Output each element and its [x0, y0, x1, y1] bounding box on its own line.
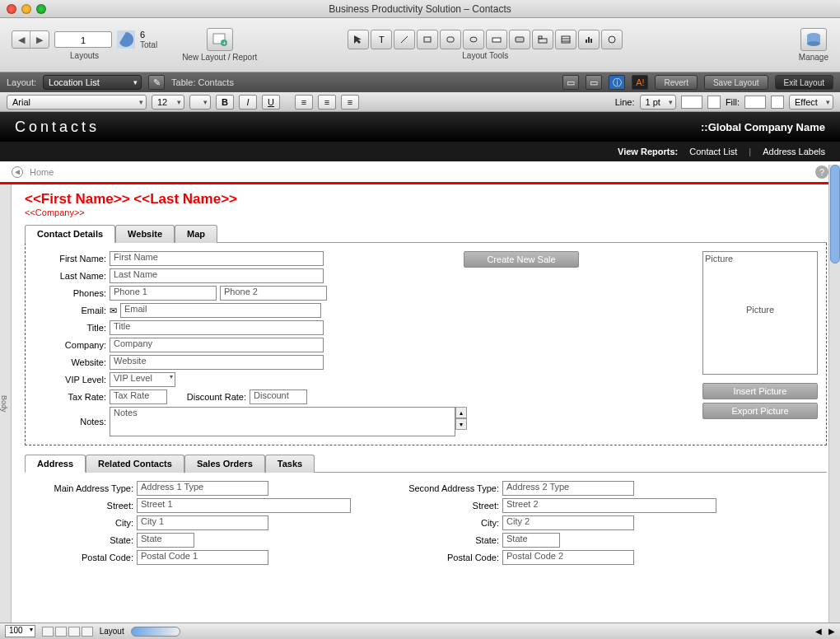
oval-tool[interactable] — [463, 30, 484, 49]
addr2-city-field[interactable]: City 2 — [502, 515, 634, 530]
ruler-icon[interactable]: ▭ — [586, 75, 602, 90]
line-pattern-swatch[interactable] — [707, 96, 721, 109]
layout-dropdown[interactable]: Location List — [43, 75, 142, 90]
tab-sales-orders[interactable]: Sales Orders — [184, 455, 265, 473]
merge-company-field[interactable]: <<Company>> — [25, 208, 827, 217]
line-weight-dropdown[interactable]: 1 pt — [640, 95, 676, 110]
text-tool[interactable]: T — [371, 30, 392, 49]
home-link[interactable]: Home — [30, 167, 54, 177]
portal-tool[interactable] — [555, 30, 576, 49]
rounded-rect-tool[interactable] — [440, 30, 461, 49]
button-tool[interactable] — [509, 30, 530, 49]
size-dropdown[interactable]: 12 — [152, 95, 184, 110]
scroll-right-icon[interactable]: ▶ — [828, 627, 835, 636]
view-icon-2[interactable] — [55, 627, 67, 637]
align-center-button[interactable]: ≡ — [318, 95, 336, 110]
underline-button[interactable]: U — [262, 95, 280, 110]
table-label: Table: Contacts — [171, 77, 234, 87]
fill-pattern-swatch[interactable] — [771, 96, 784, 109]
vip-field[interactable]: VIP Level▾ — [110, 372, 175, 387]
fill-color-swatch[interactable] — [744, 96, 766, 109]
bold-button[interactable]: B — [216, 95, 234, 110]
mode-slider[interactable] — [131, 627, 180, 637]
zoom-dropdown[interactable]: 100 — [5, 625, 35, 637]
svg-point-7 — [470, 37, 477, 42]
website-field[interactable]: Website — [110, 355, 324, 370]
manage-button[interactable] — [800, 28, 827, 51]
tab-contact-details[interactable]: Contact Details — [25, 225, 115, 243]
tab-website[interactable]: Website — [115, 225, 175, 243]
scroll-thumb[interactable] — [830, 165, 840, 264]
notes-scroll-down[interactable]: ▾ — [455, 418, 467, 430]
new-layout-button[interactable]: + — [207, 28, 233, 51]
insert-picture-button[interactable]: Insert Picture — [702, 383, 818, 399]
line-tool[interactable] — [394, 30, 415, 49]
field-tool[interactable] — [486, 30, 507, 49]
exit-layout-button[interactable]: Exit Layout — [775, 75, 833, 90]
picture-container[interactable]: Picture Picture — [702, 251, 818, 375]
notes-scroll-up[interactable]: ▴ — [455, 407, 467, 418]
layout-canvas[interactable]: <<First Name>> <<Last Name>> <<Company>>… — [12, 184, 840, 623]
discount-field[interactable]: Discount — [250, 389, 307, 404]
phone2-field[interactable]: Phone 2 — [220, 286, 327, 301]
addr2-postal-field[interactable]: Postal Code 2 — [502, 550, 634, 565]
tab-related-contacts[interactable]: Related Contacts — [86, 455, 184, 473]
company-field[interactable]: Company — [110, 338, 324, 352]
record-counter[interactable]: 1 — [54, 31, 112, 48]
info-icon[interactable]: ⓘ — [609, 75, 625, 90]
font-dropdown[interactable]: Arial — [7, 95, 147, 110]
vertical-scrollbar[interactable] — [828, 165, 840, 623]
view-icon-3[interactable] — [68, 627, 80, 637]
align-right-button[interactable]: ≡ — [341, 95, 359, 110]
titlebar: Business Productivity Solution – Contact… — [0, 0, 840, 18]
addr2-state-field[interactable]: State — [502, 533, 560, 548]
phone1-field[interactable]: Phone 1 — [110, 286, 217, 301]
view-icon-4[interactable] — [82, 627, 93, 637]
create-sale-button[interactable]: Create New Sale — [464, 251, 579, 268]
style-dropdown[interactable] — [189, 95, 211, 110]
effect-dropdown[interactable]: Effect — [789, 95, 833, 110]
screen-icon[interactable]: ▭ — [562, 75, 579, 90]
prev-record-button[interactable]: ◀ — [12, 31, 30, 48]
pointer-tool[interactable] — [348, 30, 369, 49]
tab-address[interactable]: Address — [25, 455, 86, 473]
view-icon-1[interactable] — [42, 627, 54, 637]
title-field[interactable]: Title — [110, 320, 324, 335]
addr1-postal-field[interactable]: Postal Code 1 — [137, 550, 268, 565]
merge-name-field[interactable]: <<First Name>> <<Last Name>> — [25, 191, 827, 208]
line-color-swatch[interactable] — [681, 96, 702, 109]
chart-tool[interactable] — [578, 30, 600, 49]
addr1-city-field[interactable]: City 1 — [137, 515, 268, 530]
last-name-field[interactable]: Last Name — [110, 268, 324, 283]
revert-button[interactable]: Revert — [655, 75, 697, 90]
align-left-button[interactable]: ≡ — [295, 95, 313, 110]
tab-tasks[interactable]: Tasks — [265, 455, 315, 473]
addr1-type-field[interactable]: Address 1 Type — [137, 481, 268, 496]
rect-tool[interactable] — [417, 30, 438, 49]
scroll-left-icon[interactable]: ◀ — [815, 627, 822, 636]
addr1-street-field[interactable]: Street 1 — [137, 498, 351, 513]
next-record-button[interactable]: ▶ — [30, 31, 49, 48]
save-layout-button[interactable]: Save Layout — [704, 75, 768, 90]
layout-header: Contacts ::Global Company Name — [0, 112, 840, 142]
addr2-type-field[interactable]: Address 2 Type — [502, 481, 634, 496]
notes-field[interactable]: Notes — [110, 407, 455, 436]
home-icon[interactable]: ◄ — [12, 166, 23, 178]
contact-list-link[interactable]: Contact List — [689, 147, 737, 156]
first-name-field[interactable]: First Name — [110, 251, 324, 266]
italic-button[interactable]: I — [239, 95, 257, 110]
edit-pencil-icon[interactable]: ✎ — [148, 75, 165, 90]
tax-field[interactable]: Tax Rate — [110, 389, 167, 404]
tab-map[interactable]: Map — [175, 225, 217, 243]
addr2-street-field[interactable]: Street 2 — [502, 498, 716, 513]
badge-icon[interactable]: A! — [632, 75, 648, 90]
email-field[interactable]: Email — [120, 303, 321, 318]
email-icon[interactable]: ✉ — [110, 306, 117, 316]
webviewer-tool[interactable] — [601, 30, 623, 49]
line-label: Line: — [615, 97, 635, 107]
tab-tool[interactable] — [532, 30, 553, 49]
addr1-state-field[interactable]: State — [137, 533, 194, 548]
help-icon[interactable]: ? — [815, 166, 828, 179]
export-picture-button[interactable]: Export Picture — [702, 403, 818, 419]
address-labels-link[interactable]: Address Labels — [763, 147, 825, 156]
